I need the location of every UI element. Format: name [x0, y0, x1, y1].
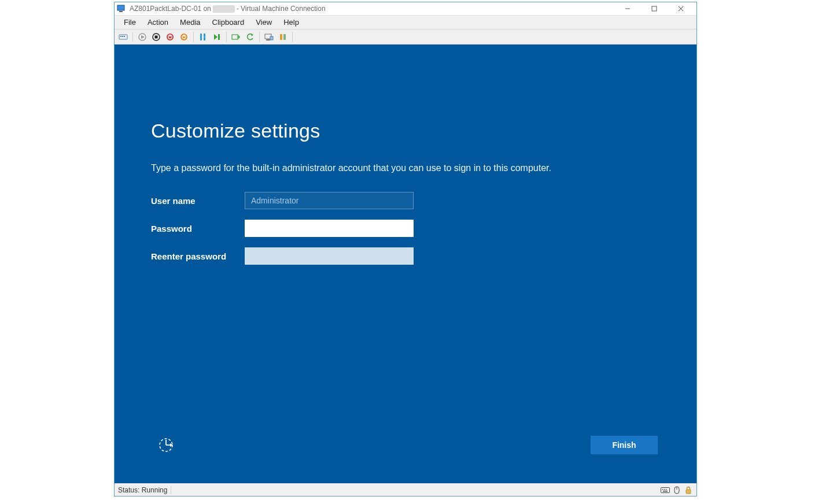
window-title-host-redacted [213, 5, 235, 13]
svg-rect-0 [117, 5, 124, 10]
oobe-panel: Customize settings Type a password for t… [151, 120, 660, 460]
start-icon[interactable] [136, 31, 149, 43]
svg-rect-28 [266, 39, 270, 40]
window-title-prefix: AZ801PacktLab-DC-01 on [130, 5, 211, 13]
menu-help[interactable]: Help [278, 17, 305, 28]
window-title-suffix: - Virtual Machine Connection [237, 5, 326, 13]
svg-rect-9 [124, 36, 125, 37]
reenter-row: Reenter password [151, 247, 660, 265]
menu-file[interactable]: File [118, 17, 142, 28]
svg-rect-21 [204, 34, 205, 40]
menu-action[interactable]: Action [142, 17, 174, 28]
svg-marker-25 [238, 35, 240, 39]
menu-view[interactable]: View [250, 17, 278, 28]
svg-rect-29 [270, 36, 273, 40]
ctrl-alt-del-icon[interactable] [117, 31, 130, 43]
menu-clipboard[interactable]: Clipboard [207, 17, 250, 28]
reset-icon[interactable] [211, 31, 223, 43]
svg-rect-30 [280, 34, 282, 40]
password-row: Password [151, 220, 660, 237]
svg-rect-20 [200, 34, 202, 40]
menu-media[interactable]: Media [174, 17, 206, 28]
titlebar: AZ801PacktLab-DC-01 on - Virtual Machine… [115, 2, 696, 15]
svg-rect-1 [119, 11, 123, 12]
close-button[interactable] [668, 2, 694, 15]
svg-rect-24 [232, 35, 238, 39]
password-label: Password [151, 224, 245, 234]
toolbar-separator [292, 32, 293, 42]
toolbar-separator [193, 32, 194, 42]
svg-rect-23 [218, 34, 220, 40]
status-text: Status: Running [118, 486, 167, 494]
svg-rect-13 [155, 35, 158, 38]
toolbar-separator [226, 32, 227, 42]
username-label: User name [151, 196, 245, 206]
toolbar [115, 29, 696, 45]
password-field[interactable] [245, 220, 414, 237]
enhanced-session-icon[interactable] [263, 31, 275, 43]
checkpoint-icon[interactable] [230, 31, 242, 43]
svg-rect-35 [661, 487, 670, 492]
statusbar: Status: Running [115, 483, 696, 496]
page-subtitle: Type a password for the built-in adminis… [151, 163, 660, 173]
page-title: Customize settings [151, 120, 660, 142]
username-row: User name [151, 192, 660, 209]
finish-button[interactable]: Finish [591, 436, 658, 454]
mouse-icon [672, 486, 681, 495]
svg-rect-8 [122, 36, 123, 37]
revert-icon[interactable] [244, 31, 256, 43]
svg-marker-22 [214, 34, 218, 40]
toolbar-separator [132, 32, 133, 42]
reenter-password-field[interactable] [245, 247, 414, 265]
maximize-button[interactable] [641, 2, 668, 15]
username-field [245, 192, 414, 209]
window-controls [614, 2, 694, 15]
app-icon [117, 4, 126, 13]
reenter-label: Reenter password [151, 251, 245, 261]
statusbar-separator [171, 486, 171, 494]
svg-rect-38 [666, 489, 667, 490]
svg-marker-11 [141, 35, 145, 39]
svg-rect-42 [686, 490, 691, 494]
ease-of-access-icon[interactable] [156, 435, 176, 455]
svg-rect-39 [663, 491, 668, 492]
svg-rect-31 [283, 34, 286, 40]
keyboard-icon [661, 486, 670, 495]
svg-rect-7 [120, 36, 121, 37]
vm-guest-screen[interactable]: Customize settings Type a password for t… [115, 45, 696, 483]
share-icon[interactable] [277, 31, 289, 43]
svg-rect-37 [664, 489, 665, 490]
save-icon[interactable] [178, 31, 190, 43]
shutdown-icon[interactable] [164, 31, 176, 43]
svg-marker-26 [251, 34, 253, 36]
turnoff-icon[interactable] [150, 31, 163, 43]
pause-icon[interactable] [197, 31, 209, 43]
toolbar-separator [259, 32, 260, 42]
svg-rect-36 [662, 489, 664, 490]
svg-rect-3 [652, 6, 657, 11]
minimize-button[interactable] [614, 2, 641, 15]
menubar: File Action Media Clipboard View Help [115, 15, 696, 29]
lock-icon [684, 486, 693, 495]
vm-connection-window: AZ801PacktLab-DC-01 on - Virtual Machine… [114, 2, 697, 496]
